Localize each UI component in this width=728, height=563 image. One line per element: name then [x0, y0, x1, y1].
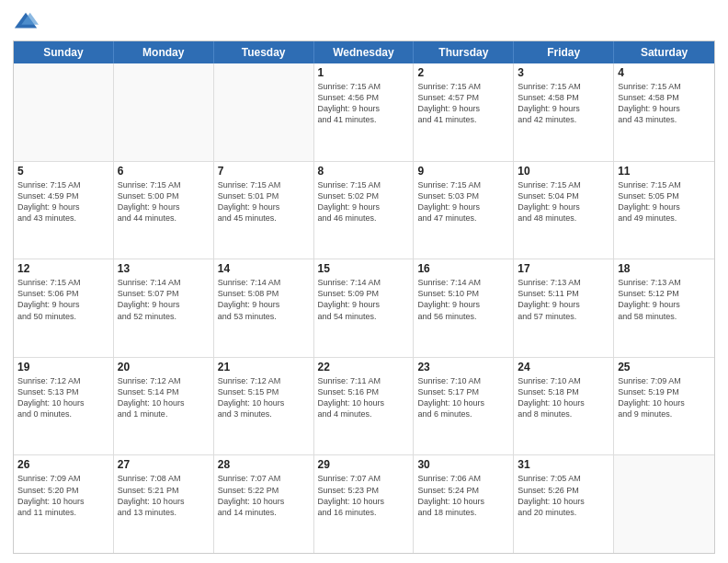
calendar-cell: 18Sunrise: 7:13 AM Sunset: 5:12 PM Dayli… [614, 259, 714, 357]
cell-date: 31 [518, 458, 609, 471]
cell-date: 22 [318, 361, 410, 373]
logo [13, 9, 42, 35]
calendar-cell: 5Sunrise: 7:15 AM Sunset: 4:59 PM Daylig… [14, 162, 114, 259]
cell-info: Sunrise: 7:15 AM Sunset: 5:06 PM Dayligh… [17, 277, 109, 322]
cell-date: 12 [17, 262, 109, 275]
calendar-cell: 10Sunrise: 7:15 AM Sunset: 5:04 PM Dayli… [514, 162, 614, 259]
cell-date: 27 [118, 458, 210, 471]
calendar-cell: 19Sunrise: 7:12 AM Sunset: 5:13 PM Dayli… [14, 358, 114, 455]
cell-info: Sunrise: 7:08 AM Sunset: 5:21 PM Dayligh… [118, 473, 210, 518]
cell-info: Sunrise: 7:15 AM Sunset: 4:57 PM Dayligh… [417, 81, 509, 126]
calendar-row: 12Sunrise: 7:15 AM Sunset: 5:06 PM Dayli… [14, 259, 714, 358]
calendar-cell: 15Sunrise: 7:14 AM Sunset: 5:09 PM Dayli… [314, 259, 415, 357]
cell-info: Sunrise: 7:15 AM Sunset: 5:03 PM Dayligh… [417, 179, 509, 224]
calendar-header: SundayMondayTuesdayWednesdayThursdayFrid… [14, 41, 714, 63]
logo-icon [13, 9, 39, 35]
cell-info: Sunrise: 7:13 AM Sunset: 5:11 PM Dayligh… [518, 277, 609, 322]
calendar-cell: 4Sunrise: 7:15 AM Sunset: 4:58 PM Daylig… [614, 63, 714, 161]
cell-info: Sunrise: 7:07 AM Sunset: 5:22 PM Dayligh… [218, 473, 310, 518]
cell-info: Sunrise: 7:11 AM Sunset: 5:16 PM Dayligh… [318, 375, 410, 420]
cell-info: Sunrise: 7:15 AM Sunset: 5:02 PM Dayligh… [318, 179, 410, 224]
cell-info: Sunrise: 7:14 AM Sunset: 5:08 PM Dayligh… [218, 277, 310, 322]
cell-info: Sunrise: 7:09 AM Sunset: 5:20 PM Dayligh… [17, 473, 109, 518]
cell-info: Sunrise: 7:12 AM Sunset: 5:15 PM Dayligh… [218, 375, 310, 420]
cell-info: Sunrise: 7:10 AM Sunset: 5:17 PM Dayligh… [417, 375, 509, 420]
page-header [13, 9, 715, 35]
calendar-cell: 28Sunrise: 7:07 AM Sunset: 5:22 PM Dayli… [214, 455, 314, 553]
calendar-cell: 22Sunrise: 7:11 AM Sunset: 5:16 PM Dayli… [314, 358, 415, 455]
cell-date: 13 [118, 262, 210, 275]
cell-date: 29 [318, 458, 410, 471]
cell-info: Sunrise: 7:06 AM Sunset: 5:24 PM Dayligh… [417, 473, 509, 518]
cell-date: 15 [318, 262, 410, 275]
calendar-day-name: Sunday [14, 41, 114, 63]
cell-info: Sunrise: 7:09 AM Sunset: 5:19 PM Dayligh… [618, 375, 711, 420]
calendar-cell: 17Sunrise: 7:13 AM Sunset: 5:11 PM Dayli… [514, 259, 614, 357]
cell-info: Sunrise: 7:14 AM Sunset: 5:09 PM Dayligh… [318, 277, 410, 322]
cell-date: 20 [118, 361, 210, 373]
calendar-cell: 9Sunrise: 7:15 AM Sunset: 5:03 PM Daylig… [414, 162, 514, 259]
calendar-cell: 2Sunrise: 7:15 AM Sunset: 4:57 PM Daylig… [414, 63, 514, 161]
calendar-day-name: Wednesday [314, 41, 415, 63]
calendar-cell: 14Sunrise: 7:14 AM Sunset: 5:08 PM Dayli… [214, 259, 314, 357]
calendar-cell [114, 63, 214, 161]
cell-info: Sunrise: 7:10 AM Sunset: 5:18 PM Dayligh… [518, 375, 609, 420]
calendar: SundayMondayTuesdayWednesdayThursdayFrid… [13, 40, 715, 554]
cell-date: 2 [417, 66, 509, 79]
cell-date: 6 [118, 165, 210, 178]
calendar-body: 1Sunrise: 7:15 AM Sunset: 4:56 PM Daylig… [14, 63, 714, 553]
cell-date: 19 [17, 361, 109, 373]
calendar-row: 19Sunrise: 7:12 AM Sunset: 5:13 PM Dayli… [14, 358, 714, 456]
cell-info: Sunrise: 7:15 AM Sunset: 4:59 PM Dayligh… [17, 179, 109, 224]
calendar-row: 1Sunrise: 7:15 AM Sunset: 4:56 PM Daylig… [14, 63, 714, 162]
calendar-cell: 25Sunrise: 7:09 AM Sunset: 5:19 PM Dayli… [614, 358, 714, 455]
cell-date: 21 [218, 361, 310, 373]
calendar-day-name: Monday [114, 41, 214, 63]
calendar-cell: 24Sunrise: 7:10 AM Sunset: 5:18 PM Dayli… [514, 358, 614, 455]
calendar-cell: 12Sunrise: 7:15 AM Sunset: 5:06 PM Dayli… [14, 259, 114, 357]
cell-date: 26 [17, 458, 109, 471]
cell-info: Sunrise: 7:05 AM Sunset: 5:26 PM Dayligh… [518, 473, 609, 518]
calendar-cell: 31Sunrise: 7:05 AM Sunset: 5:26 PM Dayli… [514, 455, 614, 553]
cell-info: Sunrise: 7:15 AM Sunset: 5:04 PM Dayligh… [518, 179, 609, 224]
cell-date: 16 [417, 262, 509, 275]
calendar-cell [14, 63, 114, 161]
calendar-row: 5Sunrise: 7:15 AM Sunset: 4:59 PM Daylig… [14, 162, 714, 260]
cell-info: Sunrise: 7:15 AM Sunset: 4:58 PM Dayligh… [518, 81, 609, 126]
page-container: SundayMondayTuesdayWednesdayThursdayFrid… [0, 0, 728, 563]
cell-date: 24 [518, 361, 609, 373]
cell-info: Sunrise: 7:15 AM Sunset: 5:05 PM Dayligh… [618, 179, 711, 224]
cell-date: 9 [417, 165, 509, 178]
cell-info: Sunrise: 7:15 AM Sunset: 5:01 PM Dayligh… [218, 179, 310, 224]
calendar-cell: 13Sunrise: 7:14 AM Sunset: 5:07 PM Dayli… [114, 259, 214, 357]
calendar-cell: 27Sunrise: 7:08 AM Sunset: 5:21 PM Dayli… [114, 455, 214, 553]
cell-date: 11 [618, 165, 711, 178]
cell-date: 28 [218, 458, 310, 471]
cell-date: 4 [618, 66, 711, 79]
cell-date: 1 [318, 66, 410, 79]
calendar-cell [614, 455, 714, 553]
cell-date: 14 [218, 262, 310, 275]
calendar-cell: 6Sunrise: 7:15 AM Sunset: 5:00 PM Daylig… [114, 162, 214, 259]
cell-info: Sunrise: 7:15 AM Sunset: 4:58 PM Dayligh… [618, 81, 711, 126]
calendar-day-name: Tuesday [214, 41, 314, 63]
cell-date: 3 [518, 66, 609, 79]
calendar-cell: 8Sunrise: 7:15 AM Sunset: 5:02 PM Daylig… [314, 162, 415, 259]
calendar-cell: 7Sunrise: 7:15 AM Sunset: 5:01 PM Daylig… [214, 162, 314, 259]
calendar-cell: 30Sunrise: 7:06 AM Sunset: 5:24 PM Dayli… [414, 455, 514, 553]
cell-info: Sunrise: 7:12 AM Sunset: 5:14 PM Dayligh… [118, 375, 210, 420]
calendar-cell: 3Sunrise: 7:15 AM Sunset: 4:58 PM Daylig… [514, 63, 614, 161]
calendar-cell: 21Sunrise: 7:12 AM Sunset: 5:15 PM Dayli… [214, 358, 314, 455]
cell-info: Sunrise: 7:14 AM Sunset: 5:10 PM Dayligh… [417, 277, 509, 322]
cell-info: Sunrise: 7:07 AM Sunset: 5:23 PM Dayligh… [318, 473, 410, 518]
cell-info: Sunrise: 7:14 AM Sunset: 5:07 PM Dayligh… [118, 277, 210, 322]
calendar-cell: 26Sunrise: 7:09 AM Sunset: 5:20 PM Dayli… [14, 455, 114, 553]
cell-date: 23 [417, 361, 509, 373]
calendar-cell: 16Sunrise: 7:14 AM Sunset: 5:10 PM Dayli… [414, 259, 514, 357]
calendar-row: 26Sunrise: 7:09 AM Sunset: 5:20 PM Dayli… [14, 455, 714, 553]
calendar-day-name: Saturday [614, 41, 714, 63]
cell-date: 18 [618, 262, 711, 275]
calendar-cell: 1Sunrise: 7:15 AM Sunset: 4:56 PM Daylig… [314, 63, 415, 161]
calendar-cell: 20Sunrise: 7:12 AM Sunset: 5:14 PM Dayli… [114, 358, 214, 455]
cell-date: 5 [17, 165, 109, 178]
